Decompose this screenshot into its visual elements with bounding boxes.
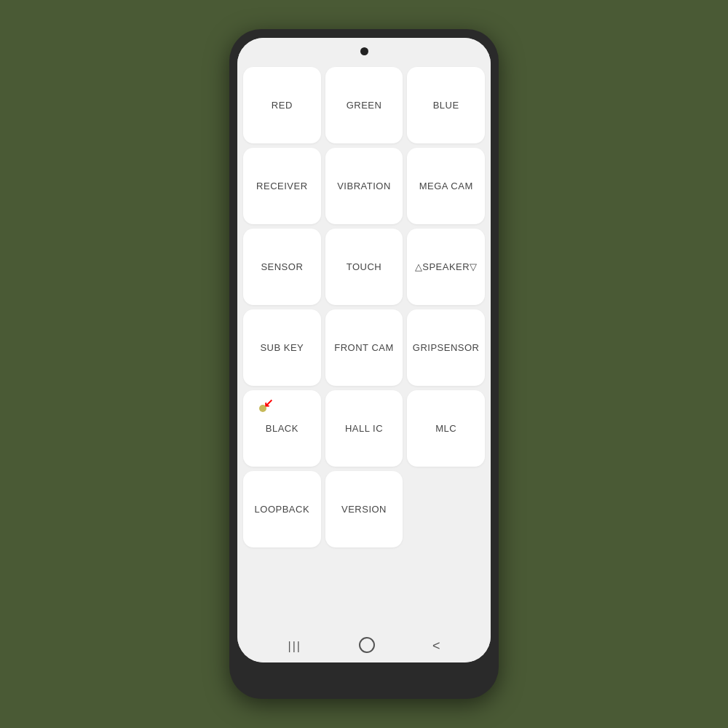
recents-icon (288, 637, 301, 654)
home-icon (359, 637, 375, 653)
cell-label-mlc: MLC (435, 423, 456, 434)
cell-label-version: VERSION (341, 504, 387, 515)
grid-cell-receiver[interactable]: RECEIVER (243, 148, 321, 224)
cell-label-mega-cam: MEGA CAM (419, 181, 473, 191)
grid-area: RED GREEN BLUE RECEIVER VIBRATION MEGA (237, 64, 491, 628)
cell-label-gripsensor: GRIPSENSOR (413, 342, 480, 353)
cell-label-loopback: LOOPBACK (255, 504, 310, 515)
cell-label-front-cam: FRONT CAM (334, 342, 394, 353)
front-camera (360, 47, 368, 55)
grid-cell-sub-key[interactable]: SUB KEY (243, 309, 321, 386)
grid-cell-gripsensor[interactable]: GRIPSENSOR (407, 309, 485, 386)
cell-label-speaker: △SPEAKER▽ (415, 261, 478, 272)
grid-cell-version[interactable]: VERSION (325, 471, 403, 547)
nav-bar (237, 628, 491, 662)
cell-label-hall-ic: HALL IC (345, 423, 383, 434)
grid-cell-red[interactable]: RED (243, 67, 321, 143)
cell-label-red: RED (272, 100, 293, 111)
grid-cell-front-cam[interactable]: FRONT CAM (325, 309, 403, 386)
grid-cell-mlc[interactable]: MLC (407, 390, 485, 467)
cell-label-receiver: RECEIVER (256, 181, 307, 191)
cell-label-sensor: SENSOR (261, 261, 303, 272)
cell-label-blue: BLUE (433, 100, 459, 111)
grid-cell-black[interactable]: ↙ BLACK (243, 390, 321, 467)
grid-cell-touch[interactable]: TOUCH (325, 229, 403, 305)
grid-row: RECEIVER VIBRATION MEGA CAM (243, 148, 485, 224)
phone-device: RED GREEN BLUE RECEIVER VIBRATION MEGA (229, 29, 499, 699)
grid-cell-blue[interactable]: BLUE (407, 67, 485, 143)
phone-screen: RED GREEN BLUE RECEIVER VIBRATION MEGA (237, 38, 491, 662)
cell-label-black: BLACK (266, 423, 298, 434)
cell-label-touch: TOUCH (347, 261, 381, 272)
grid-cell-hall-ic[interactable]: HALL IC (325, 390, 403, 467)
grid-row: RED GREEN BLUE (243, 67, 485, 143)
phone-top-bar (237, 38, 491, 64)
grid-row: LOOPBACK VERSION (243, 471, 485, 547)
grid-row: SENSOR TOUCH △SPEAKER▽ (243, 229, 485, 305)
grid-row: ↙ BLACK HALL IC MLC (243, 390, 485, 467)
cell-label-sub-key: SUB KEY (260, 342, 304, 353)
recents-button[interactable] (288, 637, 301, 654)
grid-row: SUB KEY FRONT CAM GRIPSENSOR (243, 309, 485, 386)
home-button[interactable] (359, 637, 375, 653)
grid-cell-speaker[interactable]: △SPEAKER▽ (407, 229, 485, 305)
grid-cell-vibration[interactable]: VIBRATION (325, 148, 403, 224)
grid-cell-loopback[interactable]: LOOPBACK (243, 471, 321, 547)
cell-label-green: GREEN (347, 100, 382, 111)
grid-cell-green[interactable]: GREEN (325, 67, 403, 143)
back-button[interactable] (432, 637, 440, 654)
cell-label-vibration: VIBRATION (337, 181, 391, 191)
grid-cell-sensor[interactable]: SENSOR (243, 229, 321, 305)
arrow-indicator: ↙ (264, 396, 274, 410)
back-icon (432, 637, 440, 654)
grid-cell-empty (407, 471, 485, 547)
grid-cell-mega-cam[interactable]: MEGA CAM (407, 148, 485, 224)
